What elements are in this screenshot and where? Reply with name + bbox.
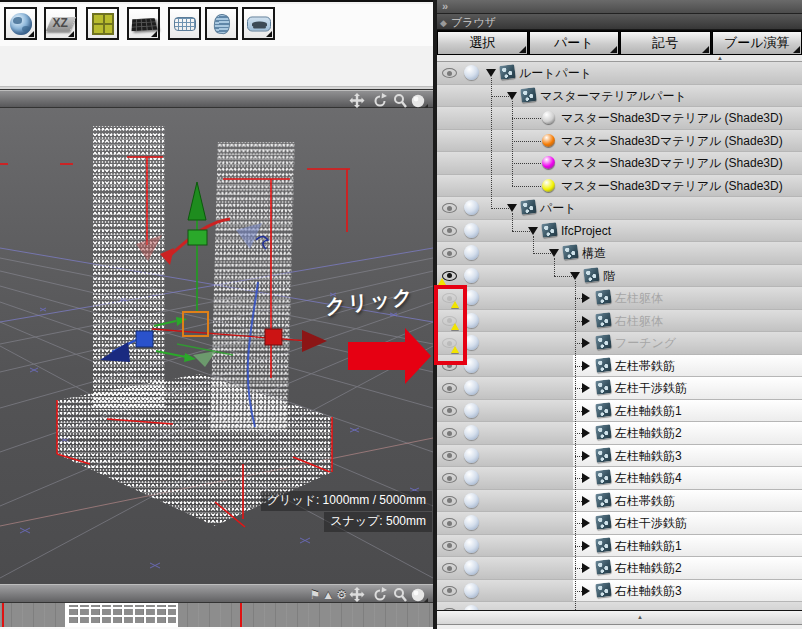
- tree-row[interactable]: 左柱躯体: [437, 287, 802, 310]
- render-toggle-icon[interactable]: [464, 470, 479, 485]
- collapse-triangle-icon[interactable]: [507, 92, 517, 100]
- tree-row[interactable]: 右柱干渉鉄筋: [437, 512, 802, 535]
- expand-triangle-icon[interactable]: [582, 451, 590, 461]
- eye-toggle-icon[interactable]: [442, 451, 457, 461]
- gear-icon[interactable]: ⚙: [336, 588, 347, 602]
- tree-row[interactable]: 構造: [437, 242, 802, 265]
- eye-toggle-icon[interactable]: [442, 541, 457, 551]
- collapse-chevrons[interactable]: »: [442, 0, 448, 12]
- viewport-controls-bottom[interactable]: ⚑ ▲ ⚙: [310, 587, 429, 603]
- render-toggle-icon[interactable]: [464, 65, 479, 80]
- eye-toggle-icon[interactable]: [442, 428, 457, 438]
- render-toggle-icon[interactable]: [464, 425, 479, 440]
- collapse-triangle-icon[interactable]: [570, 272, 580, 280]
- expand-triangle-icon[interactable]: [582, 293, 590, 303]
- expand-triangle-icon[interactable]: [582, 406, 590, 416]
- view-control-icons[interactable]: [349, 587, 429, 603]
- render-toggle-icon[interactable]: [464, 538, 479, 553]
- ghost-green-arrowhead: [193, 351, 216, 367]
- render-toggle-icon[interactable]: [464, 448, 479, 463]
- eye-toggle-icon[interactable]: [442, 586, 457, 596]
- panel-collapse-bar[interactable]: »: [437, 0, 802, 14]
- eye-toggle-icon[interactable]: [442, 226, 457, 236]
- four-pane-view-button[interactable]: [86, 7, 119, 40]
- mountain-icon[interactable]: ▲: [322, 588, 334, 602]
- scroll-up-icon[interactable]: ▲: [717, 55, 723, 61]
- render-toggle-icon[interactable]: [464, 268, 479, 283]
- expand-triangle-icon[interactable]: [582, 383, 590, 393]
- tab-select[interactable]: 選択: [437, 31, 528, 55]
- tree-row[interactable]: 右柱軸鉄筋2: [437, 557, 802, 580]
- blue-coil: [256, 237, 268, 250]
- expand-triangle-icon[interactable]: [582, 428, 590, 438]
- tree-row[interactable]: IfcProject: [437, 220, 802, 243]
- render-toggle-icon[interactable]: [464, 223, 479, 238]
- tree-row[interactable]: 左柱軸鉄筋1: [437, 400, 802, 423]
- view-control-icons[interactable]: [349, 93, 429, 109]
- grid-settings-button[interactable]: [127, 7, 160, 40]
- render-toggle-icon[interactable]: [464, 515, 479, 530]
- eye-toggle-icon[interactable]: [442, 68, 457, 78]
- table-window-button[interactable]: [168, 7, 201, 40]
- expand-triangle-icon[interactable]: [582, 496, 590, 506]
- tree-row[interactable]: 左柱軸鉄筋3: [437, 445, 802, 468]
- eye-toggle-icon[interactable]: [442, 248, 457, 258]
- expand-triangle-icon[interactable]: [582, 586, 590, 596]
- expand-triangle-icon[interactable]: [582, 473, 590, 483]
- browser-header[interactable]: ◆ブラウザ: [437, 14, 802, 30]
- expand-triangle-icon[interactable]: [582, 563, 590, 573]
- tree-row[interactable]: 右柱軸鉄筋1: [437, 535, 802, 558]
- tree-row[interactable]: 左柱干渉鉄筋: [437, 377, 802, 400]
- ortho-viewport[interactable]: [0, 603, 433, 627]
- part-icon: [595, 582, 612, 598]
- render-toggle-icon[interactable]: [464, 403, 479, 418]
- tabs-resize-strip[interactable]: ▲: [437, 55, 802, 62]
- eye-toggle-icon[interactable]: [442, 383, 457, 393]
- render-toggle-icon[interactable]: [464, 560, 479, 575]
- tree-row[interactable]: 右柱躯体: [437, 310, 802, 333]
- tree-scroll-bar[interactable]: ▲: [437, 610, 802, 625]
- eye-toggle-icon[interactable]: [442, 496, 457, 506]
- tree-row[interactable]: 左柱帯鉄筋: [437, 355, 802, 378]
- expand-triangle-icon[interactable]: [582, 361, 590, 371]
- wireframe-object-button[interactable]: [205, 7, 238, 40]
- expand-triangle-icon[interactable]: [582, 338, 590, 348]
- eye-toggle-icon[interactable]: [442, 203, 457, 213]
- tree-item-label: 左柱軸鉄筋1: [615, 400, 682, 422]
- tab-boolean[interactable]: ブール演算: [712, 31, 802, 55]
- eye-toggle-icon[interactable]: [442, 473, 457, 483]
- render-toggle-icon[interactable]: [464, 380, 479, 395]
- tree-row[interactable]: 右柱軸鉄筋3: [437, 580, 802, 603]
- eye-toggle-icon[interactable]: [442, 563, 457, 573]
- tree-row[interactable]: 左柱軸鉄筋2: [437, 422, 802, 445]
- render-toggle-icon[interactable]: [464, 493, 479, 508]
- tree-row[interactable]: 右柱帯鉄筋: [437, 490, 802, 513]
- scroll-up-icon[interactable]: ▲: [637, 614, 643, 620]
- world-view-button[interactable]: [4, 7, 37, 40]
- viewport-controls-top[interactable]: [349, 93, 429, 109]
- tab-part[interactable]: パート: [529, 31, 620, 55]
- expand-triangle-icon[interactable]: [582, 518, 590, 528]
- expand-triangle-icon[interactable]: [582, 316, 590, 326]
- render-toggle-icon[interactable]: [464, 200, 479, 215]
- tree-row[interactable]: 左柱軸鉄筋4: [437, 467, 802, 490]
- tree-row[interactable]: 階: [437, 265, 802, 288]
- object-tree: ルートパートマスターマテリアルパートマスターShade3Dマテリアル (Shad…: [437, 62, 802, 610]
- render-toggle-icon[interactable]: [464, 583, 479, 598]
- collapse-triangle-icon[interactable]: [528, 227, 538, 235]
- tree-row[interactable]: フーチング: [437, 332, 802, 355]
- red-arrowhead: [302, 330, 327, 352]
- eye-toggle-icon[interactable]: [442, 518, 457, 528]
- eye-toggle-icon[interactable]: [442, 406, 457, 416]
- expand-triangle-icon[interactable]: [582, 541, 590, 551]
- walkthrough-button[interactable]: [242, 7, 275, 40]
- collapse-triangle-icon[interactable]: [486, 69, 496, 77]
- pennant-icon[interactable]: ⚑: [310, 588, 321, 602]
- tree-row[interactable]: [437, 602, 802, 610]
- collapse-triangle-icon[interactable]: [507, 204, 517, 212]
- render-toggle-icon[interactable]: [464, 245, 479, 260]
- xz-plane-view-button[interactable]: XZ: [44, 7, 77, 40]
- collapse-triangle-icon[interactable]: [549, 249, 559, 257]
- tab-symbol[interactable]: 記号: [620, 31, 711, 55]
- tree-branch-line: [554, 258, 555, 276]
